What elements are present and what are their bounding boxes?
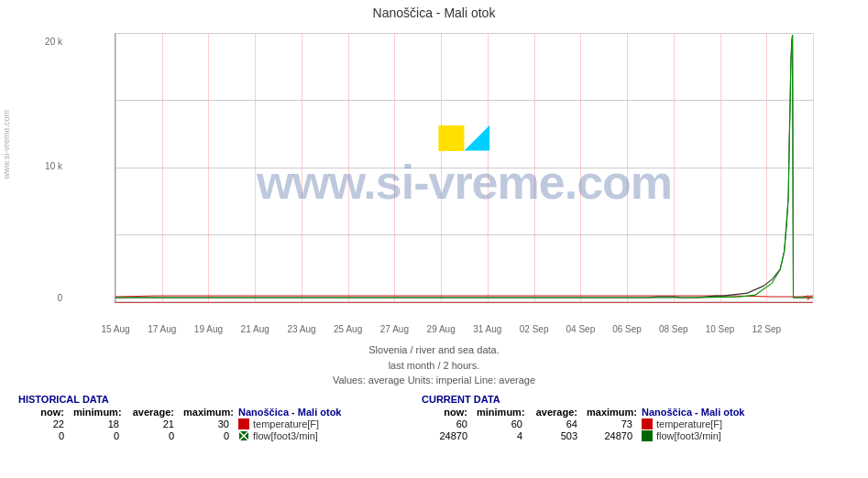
x-label: 06 Sep <box>612 324 642 334</box>
hist-temp-min: 18 <box>73 418 128 429</box>
grid-line <box>813 33 814 301</box>
x-label: 12 Sep <box>752 324 781 334</box>
x-label: 23 Aug <box>287 324 315 334</box>
hist-flow-now: 0 <box>18 430 73 441</box>
y-label-20k: 20 k <box>45 37 62 47</box>
historical-data-block: HISTORICAL DATA now: minimum: average: m… <box>18 394 385 442</box>
subtitle-area: Slovenia / river and sea data. last mont… <box>0 342 868 388</box>
curr-temp-min: 60 <box>477 418 532 429</box>
current-data-label: CURRENT DATA <box>422 394 788 405</box>
x-label: 19 Aug <box>194 324 223 334</box>
chart-title: Nanoščica - Mali otok <box>0 0 868 20</box>
subtitle-line-3: Values: average Units: imperial Line: av… <box>0 373 868 388</box>
hist-flow-min: 0 <box>73 430 128 441</box>
x-label: 10 Sep <box>706 324 735 334</box>
y-label-0: 0 <box>57 293 62 303</box>
curr-temp-max: 73 <box>587 418 642 429</box>
col-now-c: now: <box>422 407 477 418</box>
curr-flow-series-name: flow[foot3/min] <box>656 430 721 441</box>
x-label: 21 Aug <box>241 324 269 334</box>
hist-row-temp: 22 18 21 30 temperature[F] <box>18 418 385 429</box>
col-series-h: Nanoščica - Mali otok <box>238 407 385 418</box>
hist-flow-series-name: flow[foot3/min] <box>253 430 318 441</box>
x-label: 31 Aug <box>473 324 501 334</box>
curr-row-flow: 24870 4 503 24870 flow[foot3/min] <box>422 430 788 441</box>
curr-flow-now: 24870 <box>422 430 477 441</box>
x-label: 17 Aug <box>148 324 176 334</box>
col-series-c: Nanoščica - Mali otok <box>642 407 788 418</box>
chart-area: www.si-vreme.com 15 Aug 17 Aug 19 Aug 21… <box>115 33 813 303</box>
historical-data-label: HISTORICAL DATA <box>18 394 385 405</box>
grid-h-line <box>115 301 813 302</box>
hist-temp-series: temperature[F] <box>238 418 319 429</box>
subtitle-line-1: Slovenia / river and sea data. <box>0 342 868 358</box>
flow-line-green <box>115 35 813 298</box>
col-avg-h: average: <box>128 407 183 418</box>
curr-flow-series: flow[foot3/min] <box>642 430 721 441</box>
flow-line-black <box>115 35 813 298</box>
hist-temp-avg: 21 <box>128 418 183 429</box>
hist-temp-max: 30 <box>183 418 238 429</box>
hist-flow-series: flow[foot3/min] <box>238 430 318 441</box>
hist-flow-avg: 0 <box>128 430 183 441</box>
current-data-block: CURRENT DATA now: minimum: average: maxi… <box>422 394 788 442</box>
x-label: 15 Aug <box>101 324 129 334</box>
curr-row-temp: 60 60 64 73 temperature[F] <box>422 418 788 429</box>
curr-flow-color-box <box>642 430 653 441</box>
curr-temp-avg: 64 <box>532 418 587 429</box>
hist-temp-series-name: temperature[F] <box>253 418 319 429</box>
x-label: 29 Aug <box>427 324 456 334</box>
subtitle-line-2: last month / 2 hours. <box>0 358 868 374</box>
x-label: 04 Sep <box>566 324 595 334</box>
curr-flow-avg: 503 <box>532 430 587 441</box>
col-now-h: now: <box>18 407 73 418</box>
chart-svg <box>115 33 813 301</box>
col-max-c: maximum: <box>587 407 642 418</box>
current-header-row: now: minimum: average: maximum: Nanoščic… <box>422 407 788 418</box>
curr-temp-color-box <box>642 418 653 429</box>
curr-flow-min: 4 <box>477 430 532 441</box>
hist-row-flow: 0 0 0 0 flow[foot3/min] <box>18 430 385 441</box>
x-label: 25 Aug <box>334 324 362 334</box>
y-label-10k: 10 k <box>45 160 62 170</box>
data-header-row: now: minimum: average: maximum: Nanoščic… <box>18 407 385 418</box>
curr-temp-series: temperature[F] <box>642 418 722 429</box>
flow-icon-hist <box>238 430 249 441</box>
curr-flow-max: 24870 <box>587 430 642 441</box>
chart-container: Nanoščica - Mali otok www.si-vreme.com 2… <box>0 0 868 478</box>
x-label: 27 Aug <box>380 324 409 334</box>
col-avg-c: average: <box>532 407 587 418</box>
side-watermark: www.si-vreme.com <box>2 110 11 179</box>
col-min-h: minimum: <box>73 407 128 418</box>
col-min-c: minimum: <box>477 407 532 418</box>
temp-color-box <box>238 418 249 429</box>
curr-temp-series-name: temperature[F] <box>656 418 722 429</box>
hist-flow-max: 0 <box>183 430 238 441</box>
curr-temp-now: 60 <box>422 418 477 429</box>
data-section: HISTORICAL DATA now: minimum: average: m… <box>18 394 850 442</box>
hist-temp-now: 22 <box>18 418 73 429</box>
col-max-h: maximum: <box>183 407 238 418</box>
x-label: 02 Sep <box>520 324 549 334</box>
x-label: 08 Sep <box>659 324 688 334</box>
